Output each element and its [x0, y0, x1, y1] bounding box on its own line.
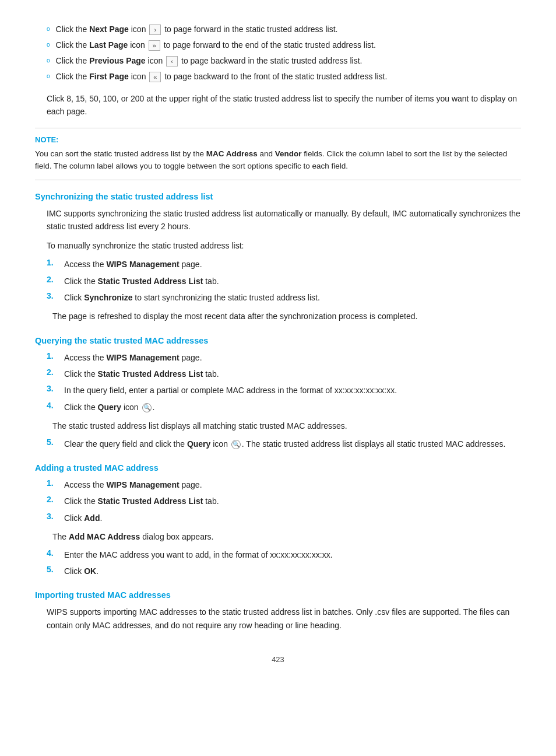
list-item: 2. Click the Static Trusted Address List… [47, 368, 521, 380]
query-sub-para: The static trusted address list displays… [35, 419, 521, 432]
synchronize-button-label: Synchronize [84, 293, 132, 302]
page-summary: Click 8, 15, 50, 100, or 200 at the uppe… [35, 92, 521, 118]
sync-sub-para: The page is refreshed to display the mos… [35, 310, 521, 323]
list-item: 3. In the query field, enter a partial o… [47, 384, 521, 397]
list-item: 4. Click the Query icon 🔍. [47, 401, 521, 414]
import-section: Importing trusted MAC addresses WIPS sup… [35, 590, 521, 632]
list-item: 3. Click Synchronize to start synchroniz… [47, 291, 521, 304]
add-section: Adding a trusted MAC address 1. Access t… [35, 463, 521, 578]
query-steps: 1. Access the WIPS Management page. 2. C… [47, 351, 521, 414]
note-label: NOTE: [35, 135, 521, 144]
add-steps: 1. Access the WIPS Management page. 2. C… [47, 478, 521, 524]
bullet-text-last-page: Click the Last Page icon » to page forwa… [56, 39, 376, 51]
query-heading: Querying the static trusted MAC addresse… [35, 336, 521, 345]
step-number: 5. [47, 565, 56, 574]
query-button-label: Query [98, 402, 121, 412]
step-text: Enter the MAC address you want to add, i… [64, 548, 521, 561]
list-item: 1. Access the WIPS Management page. [47, 478, 521, 491]
bullet-section: o Click the Next Page icon › to page for… [35, 23, 521, 83]
list-item: 2. Click the Static Trusted Address List… [47, 275, 521, 288]
sync-steps: 1. Access the WIPS Management page. 2. C… [47, 258, 521, 304]
mac-address-field: MAC Address [206, 149, 258, 158]
list-item: 1. Access the WIPS Management page. [47, 351, 521, 364]
sync-intro-1: IMC supports synchronizing the static tr… [35, 207, 521, 233]
prev-page-icon: ‹ [166, 56, 178, 66]
vendor-field: Vendor [275, 149, 302, 158]
step-text: Click Synchronize to start synchronizing… [64, 291, 521, 304]
query-button-label: Query [187, 439, 210, 449]
list-item: o Click the Previous Page icon ‹ to page… [35, 55, 521, 67]
list-item: 5. Clear the query field and click the Q… [47, 438, 521, 450]
static-trusted-tab: Static Trusted Address List [98, 369, 203, 379]
step-text: Click Add. [64, 512, 521, 524]
step-text: Click the Query icon 🔍. [64, 401, 521, 414]
query-steps-cont: 5. Clear the query field and click the Q… [47, 438, 521, 450]
static-trusted-tab: Static Trusted Address List [98, 276, 203, 286]
add-steps-cont: 4. Enter the MAC address you want to add… [47, 548, 521, 578]
list-item: o Click the Last Page icon » to page for… [35, 39, 521, 51]
next-page-icon: › [149, 24, 161, 35]
step-number: 3. [47, 384, 56, 393]
step-text: Clear the query field and click the Quer… [64, 438, 521, 450]
bullet-icon: o [47, 73, 50, 79]
step-text: Click the Static Trusted Address List ta… [64, 275, 521, 288]
bullet-text-prev-page: Click the Previous Page icon ‹ to page b… [56, 55, 363, 67]
step-number: 4. [47, 401, 56, 410]
next-page-label: Next Page [89, 24, 129, 34]
sync-intro-2: To manually synchronize the static trust… [35, 239, 521, 252]
list-item: 4. Enter the MAC address you want to add… [47, 548, 521, 561]
query-icon: 🔍 [231, 440, 241, 449]
step-text: Click the Static Trusted Address List ta… [64, 368, 521, 380]
step-number: 3. [47, 512, 56, 521]
list-item: 5. Click OK. [47, 565, 521, 578]
step-text: Access the WIPS Management page. [64, 478, 521, 491]
list-item: 1. Access the WIPS Management page. [47, 258, 521, 271]
add-heading: Adding a trusted MAC address [35, 463, 521, 473]
list-item: 3. Click Add. [47, 512, 521, 524]
add-sub-para: The Add MAC Address dialog box appears. [35, 530, 521, 543]
step-text: Click the Static Trusted Address List ta… [64, 495, 521, 508]
first-page-icon: « [149, 72, 161, 82]
step-number: 1. [47, 351, 56, 360]
step-text: Access the WIPS Management page. [64, 258, 521, 271]
sync-section: Synchronizing the static trusted address… [35, 192, 521, 323]
step-number: 5. [47, 438, 56, 447]
import-heading: Importing trusted MAC addresses [35, 590, 521, 600]
static-trusted-tab: Static Trusted Address List [98, 496, 203, 506]
note-box: NOTE: You can sort the static trusted ad… [35, 128, 521, 180]
first-page-label: First Page [89, 72, 129, 81]
list-item: o Click the First Page icon « to page ba… [35, 71, 521, 83]
add-button-label: Add [84, 513, 100, 523]
page-content: o Click the Next Page icon › to page for… [35, 23, 521, 664]
page-number: 423 [35, 655, 521, 664]
last-page-icon: » [149, 40, 160, 51]
ok-button-label: OK [84, 566, 96, 576]
bullet-icon: o [47, 41, 50, 48]
step-number: 2. [47, 275, 56, 284]
step-text: In the query field, enter a partial or c… [64, 384, 521, 397]
prev-page-label: Previous Page [89, 56, 146, 65]
bullet-icon: o [47, 26, 50, 32]
wips-management-link: WIPS Management [106, 480, 179, 489]
query-icon: 🔍 [142, 403, 152, 412]
sync-heading: Synchronizing the static trusted address… [35, 192, 521, 201]
step-text: Access the WIPS Management page. [64, 351, 521, 364]
step-number: 2. [47, 495, 56, 504]
bullet-text-next-page: Click the Next Page icon › to page forwa… [56, 23, 338, 36]
wips-management-link: WIPS Management [106, 353, 179, 362]
step-text: Click OK. [64, 565, 521, 578]
step-number: 4. [47, 548, 56, 558]
step-number: 1. [47, 478, 56, 488]
list-item: o Click the Next Page icon › to page for… [35, 23, 521, 36]
bullet-text-first-page: Click the First Page icon « to page back… [56, 71, 388, 83]
wips-management-link: WIPS Management [106, 260, 179, 269]
step-number: 2. [47, 368, 56, 377]
note-text: You can sort the static trusted address … [35, 148, 521, 173]
query-section: Querying the static trusted MAC addresse… [35, 336, 521, 450]
bullet-icon: o [47, 57, 50, 64]
import-intro: WIPS supports importing MAC addresses to… [35, 606, 521, 632]
add-mac-dialog-label: Add MAC Address [69, 532, 140, 541]
last-page-label: Last Page [89, 40, 128, 50]
step-number: 3. [47, 291, 56, 300]
step-number: 1. [47, 258, 56, 267]
